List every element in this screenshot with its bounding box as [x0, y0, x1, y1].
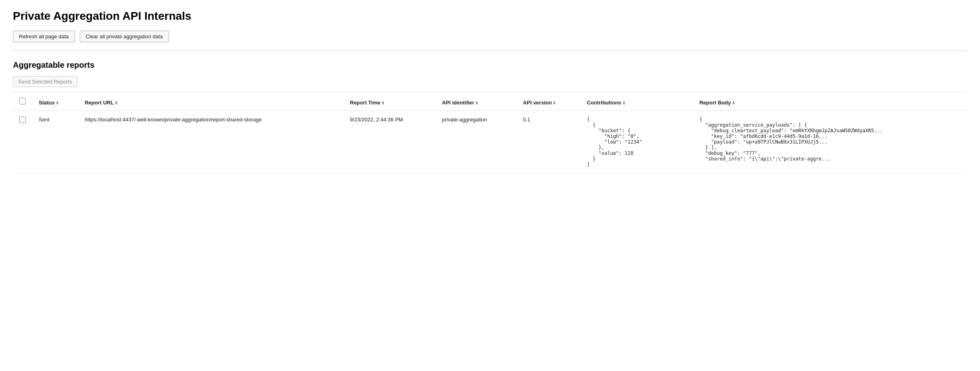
header-status: Status⇕: [32, 92, 78, 111]
sort-icon-api-version: ⇕: [552, 101, 556, 105]
header-report-body: Report Body⇕: [693, 92, 967, 111]
header-api-identifier: API identifier⇕: [436, 92, 517, 111]
sort-icon-status: ⇕: [56, 101, 59, 105]
row-report-body: { "aggregation_service_payloads": [ { "d…: [693, 111, 967, 173]
divider: [13, 50, 967, 51]
sort-icon-api-identifier: ⇕: [475, 101, 478, 105]
row-api-version: 0.1: [517, 111, 581, 173]
send-selected-reports-button[interactable]: Send Selected Reports: [13, 76, 77, 87]
header-report-time: Report Time⇕: [343, 92, 435, 111]
section-title: Aggregatable reports: [13, 60, 967, 70]
send-button-wrapper: Send Selected Reports: [13, 76, 967, 87]
row-api-identifier: private-aggregation: [436, 111, 517, 173]
row-report-time: 9/23/2022, 2:44:36 PM: [343, 111, 435, 173]
reports-table-container: Status⇕ Report URL⇕ Report Time⇕ API ide…: [13, 92, 967, 173]
row-status: Sent: [32, 111, 78, 173]
reports-table: Status⇕ Report URL⇕ Report Time⇕ API ide…: [13, 92, 967, 173]
select-all-header: [13, 92, 32, 111]
table-row: Senthttps://localhost:4437/.well-known/p…: [13, 111, 967, 173]
row-contributions: [ { "bucket": { "high": "0", "low": "123…: [580, 111, 693, 173]
header-contributions: Contributions⇕: [580, 92, 693, 111]
row-checkbox-cell: [13, 111, 32, 173]
row-report-url: https://localhost:4437/.well-known/priva…: [78, 111, 343, 173]
page-title: Private Aggregation API Internals: [13, 10, 967, 23]
top-buttons: Refresh all page data Clear all private …: [13, 31, 967, 42]
header-api-version: API version⇕: [517, 92, 581, 111]
sort-icon-report-time: ⇕: [381, 101, 384, 105]
clear-button[interactable]: Clear all private aggregation data: [80, 31, 169, 42]
header-report-url: Report URL⇕: [78, 92, 343, 111]
sort-icon-report-url: ⇕: [114, 101, 118, 105]
sort-icon-contributions: ⇕: [622, 101, 625, 105]
sort-icon-report-body: ⇕: [732, 101, 735, 105]
table-body: Senthttps://localhost:4437/.well-known/p…: [13, 111, 967, 173]
select-all-checkbox[interactable]: [19, 98, 26, 104]
row-checkbox[interactable]: [19, 117, 26, 123]
table-header-row: Status⇕ Report URL⇕ Report Time⇕ API ide…: [13, 92, 967, 111]
refresh-button[interactable]: Refresh all page data: [13, 31, 75, 42]
